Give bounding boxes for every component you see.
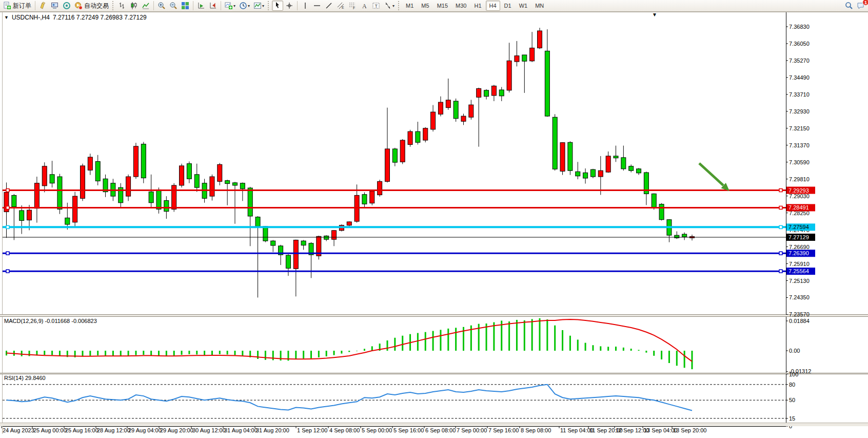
- candles-layer: [4, 28, 695, 297]
- svg-text:7.31370: 7.31370: [789, 142, 810, 148]
- chart-symbol-timeframe: USDCNH-,H4: [12, 14, 50, 21]
- svg-text:F: F: [353, 6, 355, 10]
- svg-text:7.34490: 7.34490: [789, 74, 810, 81]
- svg-text:31 Aug 20:00: 31 Aug 20:00: [256, 427, 289, 433]
- line-chart-button[interactable]: [140, 1, 151, 11]
- svg-text:29 Aug 20:00: 29 Aug 20:00: [160, 427, 193, 433]
- chart-shift-icon: [209, 2, 217, 10]
- timeframe-button-m5[interactable]: M5: [418, 1, 432, 11]
- svg-text:A: A: [362, 3, 367, 10]
- tile-windows-button[interactable]: [180, 1, 191, 11]
- new-order-button[interactable]: 新订单: [2, 1, 33, 11]
- svg-text:7.27129: 7.27129: [788, 234, 809, 240]
- periods-button[interactable]: ▾: [238, 1, 251, 11]
- timeframe-button-m1[interactable]: M1: [402, 1, 417, 11]
- dropdown-caret-icon[interactable]: ▾: [392, 4, 394, 8]
- arrows-button[interactable]: ▾: [382, 1, 396, 11]
- svg-text:7.33710: 7.33710: [789, 91, 810, 98]
- toolbar-grip: [398, 1, 400, 10]
- svg-text:50: 50: [789, 397, 795, 403]
- window-menu-icon[interactable]: ▼: [652, 12, 657, 17]
- periods-icon: [239, 2, 247, 10]
- vertical-line-icon: [301, 2, 309, 10]
- toolbar-grip: [112, 1, 114, 10]
- timeframe-button-m15[interactable]: M15: [433, 1, 451, 11]
- toolbar-separator: [221, 1, 221, 10]
- timeframe-button-d1[interactable]: D1: [501, 1, 515, 11]
- svg-text:5 Sep 00:00: 5 Sep 00:00: [362, 427, 392, 433]
- timeframe-button-h4[interactable]: H4: [486, 1, 500, 11]
- autotrade-label: 自动交易: [84, 2, 109, 10]
- indicators-icon: [225, 2, 233, 10]
- svg-text:31 Aug 04:00: 31 Aug 04:00: [224, 427, 258, 433]
- dropdown-caret-icon[interactable]: ▾: [233, 4, 235, 8]
- bar-chart-button[interactable]: [116, 1, 128, 11]
- toolbar-separator: [193, 1, 193, 10]
- symbol-dropdown-icon[interactable]: ▼: [4, 15, 9, 20]
- hline-7.26390: [3, 252, 786, 255]
- svg-text:7.36830: 7.36830: [789, 24, 810, 30]
- templates-button[interactable]: ▾: [252, 1, 266, 11]
- text-icon: A: [360, 2, 368, 10]
- bar-chart-icon: [118, 2, 126, 10]
- chart-canvas[interactable]: 7.368307.360507.352707.344907.337107.329…: [0, 12, 868, 438]
- timeframe-button-mn[interactable]: MN: [531, 1, 547, 11]
- terminal-button[interactable]: [49, 1, 61, 11]
- cursor-button[interactable]: [272, 1, 283, 11]
- vertical-line-button[interactable]: [300, 1, 311, 11]
- text-button[interactable]: A: [359, 1, 370, 11]
- date-axis: 24 Aug 202325 Aug 00:0025 Aug 16:0028 Au…: [2, 426, 706, 433]
- svg-text:24 Aug 2023: 24 Aug 2023: [3, 427, 34, 433]
- notification-badge: 1: [862, 0, 868, 6]
- svg-text:30 Aug 12:00: 30 Aug 12:00: [192, 427, 226, 433]
- toolbar-grip: [268, 1, 270, 10]
- trendline-button[interactable]: [323, 1, 334, 11]
- candlestick-button[interactable]: [128, 1, 140, 11]
- zoom-out-button[interactable]: [168, 1, 179, 11]
- autotrade-icon: [74, 2, 83, 10]
- search-icon: [845, 2, 853, 10]
- chart-title: ▼ USDCNH-,H4 7.27116 7.27249 7.26983 7.2…: [4, 14, 147, 21]
- chat-button[interactable]: 1: [855, 1, 866, 11]
- svg-text:7.25130: 7.25130: [789, 278, 810, 284]
- indicators-button[interactable]: ▾: [223, 1, 237, 11]
- horizontal-line-icon: [313, 2, 321, 10]
- horizontal-line-button[interactable]: [311, 1, 323, 11]
- svg-text:7.29293: 7.29293: [788, 187, 809, 194]
- search-button[interactable]: [843, 1, 855, 11]
- svg-text:7.28491: 7.28491: [788, 204, 809, 211]
- svg-text:7.24350: 7.24350: [789, 294, 810, 300]
- svg-text:7.26690: 7.26690: [789, 244, 810, 250]
- text-label-button[interactable]: T: [370, 1, 382, 11]
- svg-text:8 Sep 08:00: 8 Sep 08:00: [521, 427, 551, 433]
- timeframe-button-w1[interactable]: W1: [516, 1, 531, 11]
- main-toolbar: 新订单自动交易▾▾▾EFAT▾M1M5M15M30H1H4D1W1MN1: [0, 0, 868, 12]
- candlestick-icon: [130, 2, 138, 10]
- chart-shift-button[interactable]: [207, 1, 219, 11]
- signal-button[interactable]: [61, 1, 72, 11]
- zoom-out-icon: [169, 2, 177, 10]
- dropdown-caret-icon[interactable]: ▾: [262, 4, 264, 8]
- equidistant-channel-button[interactable]: E: [335, 1, 346, 11]
- dropdown-caret-icon[interactable]: ▾: [248, 4, 250, 8]
- fibonacci-button[interactable]: F: [347, 1, 358, 11]
- toolbar-separator: [35, 1, 35, 10]
- svg-text:25 Aug 00:00: 25 Aug 00:00: [33, 427, 67, 433]
- timeframe-button-m30[interactable]: M30: [452, 1, 470, 11]
- svg-text:28 Aug 12:00: 28 Aug 12:00: [97, 427, 130, 433]
- auto-scroll-button[interactable]: [195, 1, 207, 11]
- chart-frame: [0, 12, 868, 434]
- arrows-icon: [384, 2, 392, 10]
- timeframe-button-h1[interactable]: H1: [470, 1, 485, 11]
- auto-scroll-icon: [197, 2, 205, 10]
- chart-ohlc-values: 7.27116 7.27249 7.26983 7.27129: [53, 14, 147, 21]
- crayon-button[interactable]: [37, 1, 49, 11]
- svg-text:T: T: [375, 4, 378, 9]
- chart-window[interactable]: 7.368307.360507.352707.344907.337107.329…: [0, 12, 868, 438]
- crosshair-button[interactable]: [284, 1, 295, 11]
- zoom-in-button[interactable]: [156, 1, 167, 11]
- mt4-terminal-window: 新订单自动交易▾▾▾EFAT▾M1M5M15M30H1H4D1W1MN1 7.3…: [0, 0, 868, 438]
- autotrade-button[interactable]: 自动交易: [73, 1, 110, 11]
- templates-icon: [253, 2, 262, 10]
- new-order-label: 新订单: [13, 2, 31, 10]
